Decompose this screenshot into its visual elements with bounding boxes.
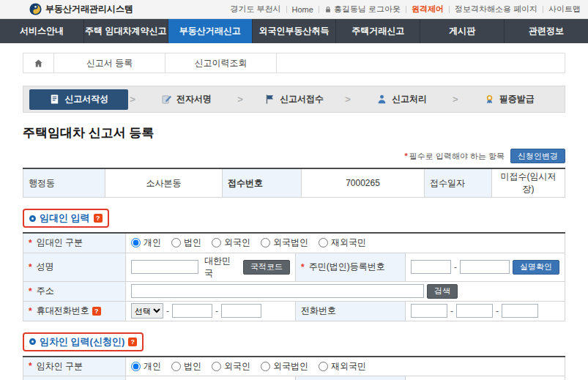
table-row: *성명 대한민국 국적코드 *주민(법인)등록번호 - 실명확인 (23, 376, 565, 380)
breadcrumb: 신고서 등록 신고이력조회 (23, 53, 565, 73)
chevron-right-icon: > (128, 94, 137, 105)
breadcrumb-spacer (277, 53, 565, 72)
lessor-mobile-mid-input[interactable] (172, 304, 212, 318)
toplink-logout[interactable]: 홍길동님 로그아웃 (324, 4, 401, 15)
radio-input[interactable] (171, 238, 181, 247)
lessor-address-input[interactable] (131, 284, 424, 298)
breadcrumb-home[interactable] (23, 53, 54, 72)
nav-housing-transaction-report[interactable]: 주택거래신고 (336, 19, 420, 43)
district-value: 소사본동 (105, 168, 223, 198)
radio-input[interactable] (131, 362, 141, 371)
step-processing[interactable]: 신고처리 (352, 89, 451, 110)
tenant-type-radios: 개인 법인 외국인 외국법인 재외국민 (131, 360, 559, 373)
radio-input[interactable] (212, 238, 221, 247)
page-title: 주택임대차 신고서 등록 (23, 124, 565, 141)
table-row: *휴대전화번호? 선택 - - 전화번호 - - (23, 301, 565, 321)
lessor-radio-foreigner[interactable]: 외국인 (212, 236, 250, 249)
step-receipt[interactable]: 신고서접수 (245, 89, 343, 110)
step-write-report[interactable]: 신고서작성 (29, 89, 128, 110)
tenant-radio-overseas-korean[interactable]: 재외국민 (319, 360, 366, 373)
lessor-phone-last-input[interactable] (502, 304, 538, 318)
nav-related-info[interactable]: 관련정보 (505, 19, 588, 43)
lessor-phone-label: 전화번호 (296, 301, 406, 321)
lessor-radio-overseas-korean[interactable]: 재외국민 (319, 236, 366, 249)
tenant-type-label: *임차인 구분 (23, 357, 126, 376)
dash: - (450, 306, 453, 316)
report-summary-table: 행정동 소사본동 접수번호 7000265 접수일자 미접수(임시저장) (23, 168, 565, 198)
table-row: 행정동 소사본동 접수번호 7000265 접수일자 미접수(임시저장) (23, 168, 565, 198)
nav-foreigner-acquisition[interactable]: 외국인부동산취득 (253, 19, 337, 43)
nav-board[interactable]: 게시판 (420, 19, 505, 43)
lessor-nationality-text: 대한민국 (204, 255, 236, 280)
nav-realestate-transaction-report[interactable]: 부동산거래신고 (168, 19, 253, 43)
tenant-radio-foreign-corp[interactable]: 외국법인 (261, 360, 308, 373)
app-logo[interactable]: 부동산거래관리시스템 (29, 3, 133, 15)
main-nav: 서비스안내 주택 임대차계약신고 부동산거래신고 외국인부동산취득 주택거래신고… (0, 19, 588, 43)
tenant-radio-foreigner[interactable]: 외국인 (212, 360, 250, 373)
table-row: *성명 대한민국 국적코드 *주민(법인)등록번호 - 실명확인 (23, 253, 565, 281)
step-esign[interactable]: 전자서명 (137, 89, 236, 110)
lessor-mobile-last-input[interactable] (221, 304, 261, 318)
radio-input[interactable] (261, 238, 270, 247)
section-bullet-icon (29, 215, 36, 222)
tenant-regno-label: *주민(법인)등록번호 (296, 376, 406, 380)
lessor-regno-front-input[interactable] (411, 260, 451, 274)
pencil-icon (161, 94, 172, 105)
lessor-address-search-button[interactable]: 검색 (427, 284, 458, 299)
radio-input[interactable] (319, 238, 328, 247)
lessor-name-input[interactable] (131, 260, 198, 274)
divider (449, 6, 450, 13)
breadcrumb-report-history[interactable]: 신고이력조회 (165, 53, 277, 72)
toplink-remote-control[interactable]: 원격제어 (412, 4, 444, 15)
section-bullet-icon (29, 338, 36, 345)
top-utility-bar: 부동산거래관리시스템 경기도 부천시 Home 홍길동님 로그아웃 원격제어 정… (0, 0, 588, 19)
radio-input[interactable] (171, 362, 181, 371)
toplink-region[interactable]: 경기도 부천시 (230, 4, 280, 15)
divider (286, 6, 287, 13)
home-icon (34, 59, 43, 68)
lessor-regno-label: *주민(법인)등록번호 (296, 253, 406, 281)
tenant-section-title: 임차인 입력(신청인) (40, 335, 124, 349)
divider (406, 6, 406, 13)
lessor-radio-individual[interactable]: 개인 (131, 236, 161, 249)
lessor-mobile-prefix-select[interactable]: 선택 (131, 303, 163, 318)
change-applicant-button[interactable]: 신청인변경 (510, 149, 565, 163)
lessor-radio-foreign-corp[interactable]: 외국법인 (261, 236, 308, 249)
lessor-regno-back-input[interactable] (460, 260, 510, 274)
help-icon[interactable]: ? (128, 338, 137, 346)
table-row: *임대인 구분 개인 법인 외국인 외국법인 재외국민 (23, 233, 565, 253)
gov-emblem-icon (29, 3, 42, 15)
tenant-radio-corporation[interactable]: 법인 (171, 360, 201, 373)
nav-lease-contract-report[interactable]: 주택 임대차계약신고 (84, 19, 168, 43)
divider (543, 6, 543, 13)
radio-input[interactable] (131, 238, 141, 247)
radio-input[interactable] (261, 362, 270, 371)
table-row: *주소 검색 (23, 281, 565, 301)
person-icon (376, 94, 387, 105)
tenant-radio-individual[interactable]: 개인 (131, 360, 161, 373)
lessor-phone-mid-input[interactable] (456, 304, 493, 318)
toplink-accessibility[interactable]: 정보격차해소용 페이지 (455, 4, 537, 15)
lessor-verify-name-button[interactable]: 실명확인 (513, 260, 559, 275)
dash: - (166, 306, 169, 316)
lessor-type-radios: 개인 법인 외국인 외국법인 재외국민 (131, 236, 559, 249)
lessor-nationality-code-button[interactable]: 국적코드 (243, 260, 290, 275)
toplink-sitemap[interactable]: 사이트맵 (548, 4, 581, 15)
chevron-right-icon: > (451, 94, 460, 105)
table-row: *임차인 구분 개인 법인 외국인 외국법인 재외국민 (23, 357, 565, 376)
step-certificate-issue[interactable]: 필증발급 (460, 89, 559, 110)
lessor-phone-area-input[interactable] (411, 304, 447, 318)
tenant-name-label: *성명 (23, 376, 126, 380)
help-icon[interactable]: ? (94, 214, 103, 223)
receipt-no-value: 7000265 (302, 168, 425, 198)
help-icon[interactable]: ? (92, 307, 101, 316)
lessor-radio-corporation[interactable]: 법인 (171, 236, 201, 249)
flag-icon (264, 94, 275, 105)
radio-input[interactable] (212, 362, 221, 371)
toplink-home[interactable]: Home (292, 5, 313, 14)
radio-input[interactable] (319, 362, 328, 371)
nav-service-guide[interactable]: 서비스안내 (0, 19, 84, 43)
lessor-name-label: *성명 (23, 253, 126, 281)
breadcrumb-report-register[interactable]: 신고서 등록 (54, 53, 165, 72)
tenant-form-table: *임차인 구분 개인 법인 외국인 외국법인 재외국민 *성명 대한민국 국적코… (23, 356, 565, 380)
